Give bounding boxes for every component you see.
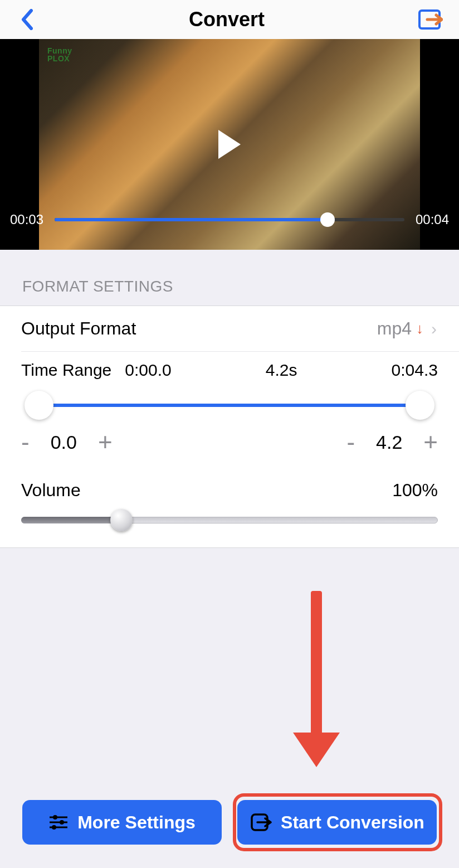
convert-icon xyxy=(250,812,272,832)
time-range-slider[interactable] xyxy=(22,394,437,416)
format-settings-heading: FORMAT SETTINGS xyxy=(0,250,459,306)
play-icon[interactable] xyxy=(218,130,241,159)
volume-fill xyxy=(21,517,121,523)
time-range-duration: 4.2s xyxy=(172,361,392,380)
video-watermark: FunnyPLOX xyxy=(47,47,72,62)
video-preview[interactable]: FunnyPLOX 00:03 00:04 xyxy=(0,39,459,250)
time-range-handle-left[interactable] xyxy=(25,391,53,420)
video-progress-handle[interactable] xyxy=(320,212,335,227)
time-range-right-value: 4.2 xyxy=(376,431,402,453)
back-button[interactable] xyxy=(16,6,38,33)
header-bar: Convert xyxy=(0,0,459,39)
video-total-time: 00:04 xyxy=(416,212,449,227)
video-current-time: 00:03 xyxy=(10,212,43,227)
more-settings-button[interactable]: More Settings xyxy=(22,800,222,845)
output-format-label: Output Format xyxy=(21,318,136,339)
decrease-end-button[interactable]: - xyxy=(346,430,355,454)
svg-point-3 xyxy=(60,820,64,825)
video-progress-row: 00:03 00:04 xyxy=(10,212,449,227)
volume-block: Volume 100% xyxy=(0,473,459,547)
chevron-right-icon: › xyxy=(431,319,437,338)
volume-value: 100% xyxy=(392,480,438,501)
chevron-left-icon xyxy=(21,9,33,30)
time-range-right-adjust: - 4.2 + xyxy=(346,430,438,454)
annotation-arrow xyxy=(300,591,333,775)
time-range-left-adjust: - 0.0 + xyxy=(21,430,113,454)
time-range-left-value: 0.0 xyxy=(51,431,77,453)
increase-end-button[interactable]: + xyxy=(423,430,438,454)
decrease-start-button[interactable]: - xyxy=(21,430,30,454)
volume-label: Volume xyxy=(21,480,81,501)
download-icon: ↓ xyxy=(416,320,423,337)
volume-slider[interactable] xyxy=(21,512,438,528)
more-settings-label: More Settings xyxy=(77,812,196,833)
export-icon xyxy=(416,7,443,32)
output-format-row[interactable]: Output Format mp4↓ › xyxy=(0,306,459,351)
time-range-handle-right[interactable] xyxy=(406,391,434,420)
svg-point-5 xyxy=(52,825,56,830)
time-range-end: 0:04.3 xyxy=(392,361,438,380)
time-range-label: Time Range xyxy=(21,361,111,380)
output-format-value: mp4↓ › xyxy=(377,318,437,339)
footer-buttons: More Settings Start Conversion xyxy=(0,800,459,845)
svg-point-1 xyxy=(53,815,57,819)
increase-start-button[interactable]: + xyxy=(98,430,113,454)
time-range-track xyxy=(26,404,433,407)
page-title: Convert xyxy=(189,8,265,31)
volume-handle[interactable] xyxy=(110,509,133,531)
sliders-icon xyxy=(48,814,69,831)
video-progress-fill xyxy=(55,218,328,221)
start-conversion-label: Start Conversion xyxy=(281,812,424,833)
time-range-start: 0:00.0 xyxy=(125,361,171,380)
start-conversion-button[interactable]: Start Conversion xyxy=(237,800,437,845)
export-button[interactable] xyxy=(416,6,443,33)
time-range-block: Time Range 0:00.0 4.2s 0:04.3 - 0.0 + - … xyxy=(0,352,459,473)
video-progress-bar[interactable] xyxy=(55,218,404,221)
format-settings-panel: Output Format mp4↓ › Time Range 0:00.0 4… xyxy=(0,306,459,548)
